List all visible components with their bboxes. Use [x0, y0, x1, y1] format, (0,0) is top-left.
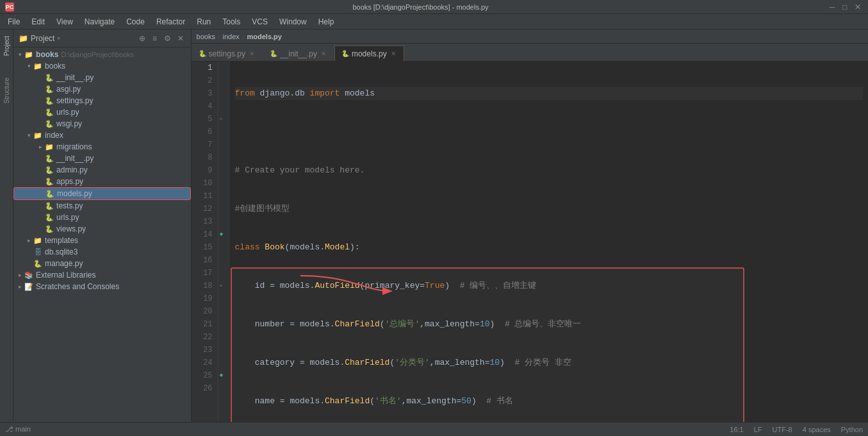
tree-folder-books[interactable]: ▾ 📁 books: [13, 60, 190, 72]
tree-scratches[interactable]: ▸ 📝 Scratches and Consoles: [13, 281, 190, 292]
tree-file-urls-index[interactable]: 🐍 urls.py: [13, 212, 190, 223]
menu-refactor[interactable]: Refactor: [151, 16, 190, 28]
tab-settings[interactable]: 🐍 settings.py ✕: [192, 46, 263, 61]
py-file-icon: 🐍: [44, 84, 54, 94]
line-num-5: 5: [194, 113, 213, 126]
tree-file-init-index[interactable]: 🐍 __init__.py: [13, 153, 190, 164]
side-tabs: Project Structure: [0, 29, 13, 422]
tree-folder-index[interactable]: ▾ 📁 index: [13, 130, 190, 141]
menu-tools[interactable]: Tools: [217, 16, 245, 28]
file-label: views.py: [56, 224, 86, 233]
line-num-14: 14: [194, 228, 213, 241]
file-label: settings.py: [56, 96, 93, 105]
tree-file-admin[interactable]: 🐍 admin.py: [13, 164, 190, 176]
folder-icon: 📁: [24, 49, 34, 60]
tree-file-tests[interactable]: 🐍 tests.py: [13, 200, 190, 212]
menu-window[interactable]: Window: [274, 16, 312, 28]
code-line-4: #创建图书模型: [235, 203, 863, 215]
code-editor[interactable]: 1 2 3 4 5 6 7 8 9 10 11 12 13 14: [192, 62, 868, 422]
py-icon: 🐍: [341, 50, 349, 57]
code-line-3: # Create your models here.: [235, 164, 863, 177]
project-panel: 📁 Project ▾ ⊕ ≡ ⚙ ✕ ▾ 📁 books D:\djang: [13, 29, 191, 422]
status-encoding: UTF-8: [773, 426, 792, 433]
py-file-icon: 🐍: [44, 96, 54, 106]
menu-edit[interactable]: Edit: [26, 16, 50, 28]
scratches-label: Scratches and Consoles: [36, 282, 119, 291]
folder-icon: 📁: [33, 61, 43, 71]
tree-file-init-books[interactable]: 🐍 __init__.py: [13, 72, 190, 83]
tree-file-asgi[interactable]: 🐍 asgi.py: [13, 83, 190, 95]
tree-file-urls-books[interactable]: 🐍 urls.py: [13, 106, 190, 118]
project-tool-gear[interactable]: ⚙: [163, 33, 173, 44]
tab-models[interactable]: 🐍 models.py ✕: [334, 46, 404, 61]
tab-close-settings[interactable]: ✕: [248, 50, 256, 58]
line-num-18: 18: [194, 280, 213, 292]
line-num-2: 2: [194, 74, 213, 87]
tree-file-manage[interactable]: 🐍 manage.py: [13, 258, 190, 269]
line-num-7: 7: [194, 138, 213, 151]
close-button[interactable]: ✕: [853, 2, 863, 12]
gutter-marks: ▸ ● ▸: [218, 62, 230, 422]
tree-file-wsgi[interactable]: 🐍 wsgi.py: [13, 118, 190, 130]
project-tool-collapse[interactable]: ≡: [150, 33, 160, 44]
menu-vcs[interactable]: VCS: [247, 16, 273, 28]
line-num-16: 16: [194, 254, 213, 267]
statusbar: ⎇ main 16:1 LF UTF-8 4 spaces Python: [0, 422, 868, 436]
tab-close-models[interactable]: ✕: [389, 50, 397, 58]
menu-file[interactable]: File: [3, 16, 25, 28]
minimize-button[interactable]: ─: [827, 2, 837, 12]
tree-folder-migrations[interactable]: ▸ 📁 migrations: [13, 141, 190, 153]
tree-root[interactable]: ▾ 📁 books D:\djangoProject\books: [13, 49, 190, 60]
menu-help[interactable]: Help: [313, 16, 340, 28]
project-tool-close[interactable]: ✕: [176, 33, 186, 44]
tree-folder-templates[interactable]: ▸ 📁 templates: [13, 235, 190, 246]
tree-file-db[interactable]: 🗄 db.sqlite3: [13, 246, 190, 258]
line-num-3: 3: [194, 87, 213, 100]
line-num-1: 1: [194, 62, 213, 74]
app-logo: PC: [5, 3, 14, 12]
window-title: books [D:\djangoProject\books] - models.…: [352, 3, 488, 11]
tree-file-settings[interactable]: 🐍 settings.py: [13, 95, 190, 106]
breadcrumb-index[interactable]: index: [223, 33, 240, 40]
project-tool-add[interactable]: ⊕: [137, 33, 147, 44]
index-folder-label: index: [45, 131, 63, 140]
titlebar: PC books [D:\djangoProject\books] - mode…: [0, 0, 868, 14]
tab-init[interactable]: 🐍 __init__.py ✕: [263, 46, 334, 61]
tree-file-views[interactable]: 🐍 views.py: [13, 223, 190, 235]
tree-file-apps[interactable]: 🐍 apps.py: [13, 176, 190, 187]
breadcrumb-books[interactable]: books: [197, 33, 215, 40]
side-tab-structure[interactable]: Structure: [2, 74, 12, 108]
menu-view[interactable]: View: [51, 16, 78, 28]
code-line-6: id = models.AutoField(primary_key=True) …: [235, 280, 863, 292]
file-label: admin.py: [56, 165, 88, 174]
line-num-20: 20: [194, 305, 213, 318]
py-file-icon: 🐍: [44, 165, 54, 175]
menubar: File Edit View Navigate Code Refactor Ru…: [0, 14, 868, 29]
side-tab-project[interactable]: Project: [2, 32, 12, 60]
line-num-23: 23: [194, 344, 213, 356]
library-icon: 📚: [24, 270, 34, 280]
status-git: ⎇ main: [5, 425, 31, 433]
code-line-9: name = models.CharField('书名',max_length=…: [235, 395, 863, 408]
menu-code[interactable]: Code: [121, 16, 150, 28]
line-num-21: 21: [194, 318, 213, 331]
status-line-col: 16:1: [730, 426, 743, 433]
line-num-13: 13: [194, 215, 213, 228]
code-content[interactable]: from django.db import models # Create yo…: [230, 62, 868, 422]
file-label: asgi.py: [56, 85, 81, 94]
menu-run[interactable]: Run: [192, 16, 216, 28]
chevron-right-icon: ▸: [16, 272, 24, 278]
py-icon: 🐍: [199, 50, 206, 57]
maximize-button[interactable]: □: [840, 2, 850, 12]
templates-folder-label: templates: [45, 236, 78, 245]
tree-file-models[interactable]: 🐍 models.py: [13, 187, 190, 200]
db-file-icon: 🗄: [33, 247, 43, 257]
tree-external-libraries[interactable]: ▸ 📚 External Libraries: [13, 269, 190, 281]
menu-navigate[interactable]: Navigate: [79, 16, 120, 28]
migrations-label: migrations: [56, 142, 92, 151]
py-file-icon: 🐍: [44, 212, 54, 222]
file-label: manage.py: [45, 259, 83, 268]
tab-close-init[interactable]: ✕: [320, 50, 327, 58]
line-num-15: 15: [194, 241, 213, 254]
chevron-right-icon: ▸: [25, 237, 33, 244]
